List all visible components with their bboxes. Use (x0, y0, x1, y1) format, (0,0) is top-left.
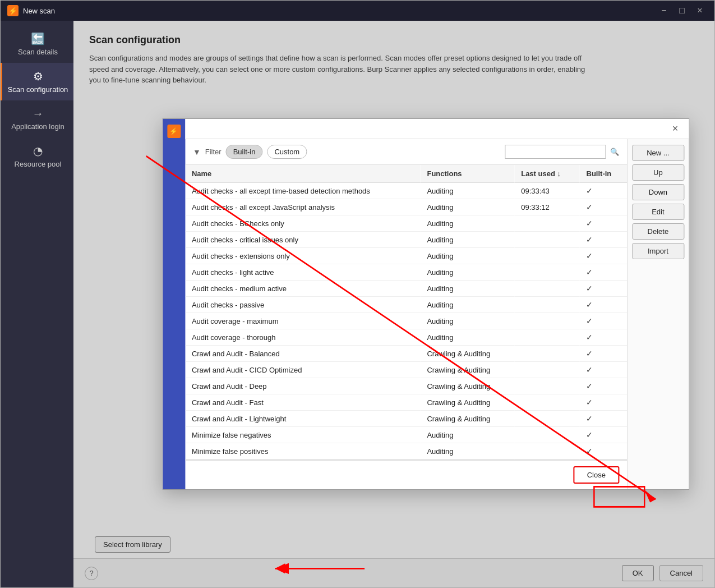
cell-name: Audit checks - extensions only (185, 248, 421, 264)
sidebar-item-label-application-login: Application login (11, 122, 64, 131)
dialog-sidebar: ⚡ (163, 119, 185, 489)
search-icon: 🔍 (610, 148, 619, 156)
cell-builtin: ✓ (579, 232, 626, 248)
table-row[interactable]: Audit checks - medium active Auditing ✓ (185, 281, 627, 297)
table-row[interactable]: Crawl and Audit - CICD Optimized Crawlin… (185, 362, 627, 378)
cell-builtin: ✓ (579, 346, 626, 362)
cell-functions: Crawling & Auditing (420, 346, 514, 362)
cell-builtin: ✓ (579, 199, 626, 215)
cell-builtin: ✓ (579, 264, 626, 281)
cell-name: Audit checks - passive (185, 297, 421, 313)
cell-last-used (514, 329, 579, 346)
filter-bar: ▼ Filter Built-in Custom 🔍 (185, 139, 627, 165)
filter-custom-button[interactable]: Custom (267, 145, 307, 159)
cell-last-used (514, 427, 579, 443)
dialog-close-button[interactable]: Close (574, 466, 619, 484)
cell-functions: Auditing (420, 281, 514, 297)
new-button[interactable]: New ... (632, 145, 684, 161)
dialog-app-icon: ⚡ (167, 125, 181, 138)
table-row[interactable]: Audit coverage - maximum Auditing ✓ (185, 313, 627, 329)
sidebar: 🔙 Scan details ⚙ Scan configuration → Ap… (1, 21, 73, 587)
cell-builtin: ✓ (579, 329, 626, 346)
cell-name: Crawl and Audit - Deep (185, 378, 421, 394)
table-row[interactable]: Audit checks - critical issues only Audi… (185, 232, 627, 248)
col-last-used[interactable]: Last used ↓ (514, 165, 579, 183)
table-row[interactable]: Minimize false negatives Auditing ✓ (185, 427, 627, 443)
cell-functions: Crawling & Auditing (420, 362, 514, 378)
table-row[interactable]: Audit checks - all except JavaScript ana… (185, 199, 627, 215)
import-button[interactable]: Import (632, 243, 684, 259)
cell-functions: Auditing (420, 443, 514, 460)
table-row[interactable]: Audit checks - passive Auditing ✓ (185, 297, 627, 313)
cell-name: Audit checks - all except JavaScript ana… (185, 199, 421, 215)
table-row[interactable]: Crawl and Audit - Fast Crawling & Auditi… (185, 394, 627, 411)
cell-functions: Auditing (420, 427, 514, 443)
minimize-button[interactable]: − (656, 3, 672, 19)
cell-builtin: ✓ (579, 215, 626, 232)
table-row[interactable]: Minimize false positives Auditing ✓ (185, 443, 627, 460)
cell-last-used (514, 248, 579, 264)
scan-details-icon: 🔙 (31, 32, 45, 45)
title-bar: ⚡ New scan − □ × (1, 1, 714, 21)
cell-functions: Auditing (420, 199, 514, 215)
cell-last-used (514, 215, 579, 232)
maximize-button[interactable]: □ (674, 3, 690, 19)
cell-last-used (514, 232, 579, 248)
sidebar-item-scan-details[interactable]: 🔙 Scan details (1, 25, 73, 63)
table-row[interactable]: Audit checks - light active Auditing ✓ (185, 264, 627, 281)
col-builtin[interactable]: Built-in (579, 165, 626, 183)
dialog-body: ▼ Filter Built-in Custom 🔍 (185, 139, 689, 489)
filter-label: Filter (205, 148, 222, 156)
delete-button[interactable]: Delete (632, 223, 684, 240)
table-row[interactable]: Audit checks - all except time-based det… (185, 183, 627, 199)
col-functions[interactable]: Functions (420, 165, 514, 183)
sidebar-item-resource-pool[interactable]: ◔ Resource pool (1, 137, 73, 175)
cell-builtin: ✓ (579, 427, 626, 443)
window-title: New scan (23, 7, 55, 15)
cell-last-used (514, 443, 579, 460)
col-name[interactable]: Name (185, 165, 421, 183)
cell-name: Audit coverage - thorough (185, 329, 421, 346)
title-bar-left: ⚡ New scan (7, 5, 55, 16)
table-row[interactable]: Crawl and Audit - Balanced Crawling & Au… (185, 346, 627, 362)
cell-functions: Auditing (420, 215, 514, 232)
cell-builtin: ✓ (579, 411, 626, 427)
sidebar-item-label-resource-pool: Resource pool (15, 160, 62, 168)
cell-name: Crawl and Audit - Fast (185, 394, 421, 411)
cell-name: Audit checks - medium active (185, 281, 421, 297)
window-close-button[interactable]: × (692, 3, 708, 19)
filter-builtin-button[interactable]: Built-in (226, 145, 263, 159)
dialog-main: × ▼ Filter Built-in Custom (185, 119, 689, 489)
cell-name: Minimize false negatives (185, 427, 421, 443)
cell-functions: Crawling & Auditing (420, 411, 514, 427)
cell-name: Audit checks - all except time-based det… (185, 183, 421, 199)
edit-button[interactable]: Edit (632, 204, 684, 220)
sidebar-item-label-scan-configuration: Scan configuration (8, 85, 68, 94)
cell-last-used (514, 297, 579, 313)
dialog-titlebar: × (185, 119, 689, 139)
sidebar-item-application-login[interactable]: → Application login (1, 100, 73, 137)
up-button[interactable]: Up (632, 164, 684, 181)
dialog-x-button[interactable]: × (668, 122, 682, 136)
table-row[interactable]: Audit coverage - thorough Auditing ✓ (185, 329, 627, 346)
cell-functions: Auditing (420, 232, 514, 248)
sidebar-item-scan-configuration[interactable]: ⚙ Scan configuration (1, 63, 73, 100)
main-content: 🔙 Scan details ⚙ Scan configuration → Ap… (1, 21, 714, 587)
cell-name: Crawl and Audit - Lightweight (185, 411, 421, 427)
cell-functions: Auditing (420, 248, 514, 264)
cell-name: Audit checks - light active (185, 264, 421, 281)
cell-last-used: 09:33:43 (514, 183, 579, 199)
cell-last-used (514, 394, 579, 411)
cell-name: Minimize false positives (185, 443, 421, 460)
down-button[interactable]: Down (632, 184, 684, 200)
cell-last-used (514, 362, 579, 378)
config-table: Name Functions Last used ↓ Built-in Audi… (185, 165, 627, 460)
table-row[interactable]: Audit checks - BChecks only Auditing ✓ (185, 215, 627, 232)
search-input[interactable] (505, 145, 606, 159)
table-row[interactable]: Crawl and Audit - Lightweight Crawling &… (185, 411, 627, 427)
table-row[interactable]: Audit checks - extensions only Auditing … (185, 248, 627, 264)
configs-table: Name Functions Last used ↓ Built-in Audi… (185, 165, 627, 460)
table-row[interactable]: Crawl and Audit - Deep Crawling & Auditi… (185, 378, 627, 394)
cell-functions: Crawling & Auditing (420, 378, 514, 394)
sidebar-item-label-scan-details: Scan details (18, 48, 58, 56)
